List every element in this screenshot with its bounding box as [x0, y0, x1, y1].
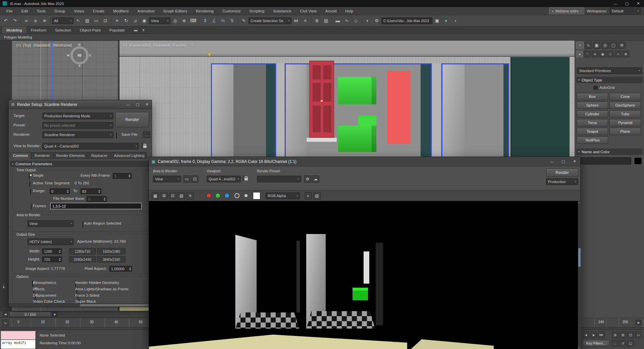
height-spinner[interactable]: 720	[42, 256, 62, 262]
snap-toggle-3d-icon[interactable]: 3	[201, 16, 209, 25]
res-1920x1080-button[interactable]: 1920x1080	[97, 248, 125, 254]
ribbon-tab-modeling[interactable]: Modeling	[2, 26, 26, 34]
angle-snap-icon[interactable]: ∠	[210, 16, 218, 25]
res-3840x2160-button[interactable]: 3840x2160	[97, 256, 125, 263]
rfw-area-dropdown[interactable]: View▾	[153, 176, 181, 182]
menu-tools[interactable]: Tools	[32, 7, 50, 15]
menu-help[interactable]: Help	[341, 7, 358, 15]
primitive-button-torus[interactable]: Torus	[577, 119, 608, 126]
menu-modifiers[interactable]: Modifiers	[109, 7, 133, 15]
select-and-manipulate-icon[interactable]: ⊕	[180, 16, 189, 25]
output-size-dropdown[interactable]: HDTV (video)▾	[28, 238, 74, 245]
viewcube-compass[interactable]: N S W E	[68, 44, 91, 67]
window-maximize-button[interactable]: ▢	[621, 0, 633, 7]
rfw-titlebar[interactable]: ▣ Camera002, frame 0, Display Gamma: 2,2…	[149, 157, 580, 166]
copy-image-icon[interactable]: ⊞	[160, 192, 168, 199]
redo-icon[interactable]: ↷	[10, 16, 19, 25]
green-box-lower[interactable]	[338, 126, 376, 152]
save-file-browse-button[interactable]: ...	[143, 131, 150, 138]
category-shapes-icon[interactable]: ◠	[584, 51, 591, 57]
category-geometry-icon[interactable]: ●	[576, 51, 583, 57]
red-door[interactable]	[309, 61, 334, 138]
frames-radio[interactable]	[31, 204, 32, 210]
view-lock-icon[interactable]	[142, 142, 142, 149]
viewport-menu-pov[interactable]: [Camera002]	[129, 43, 151, 47]
res-2560x1440-button[interactable]: 2560x1440	[69, 256, 96, 263]
undo-icon[interactable]: ↶	[1, 16, 10, 25]
select-and-rotate-icon[interactable]: ↻	[122, 16, 130, 25]
bind-to-space-warp-icon[interactable]: ≋	[40, 16, 49, 25]
salmon-panel[interactable]	[387, 71, 411, 144]
primitive-button-pyramid[interactable]: Pyramid	[609, 119, 641, 126]
ribbon-tab-selection[interactable]: Selection	[51, 26, 75, 34]
rfw-auto-region-icon[interactable]: ⊡	[191, 175, 199, 183]
viewport-menu-standard[interactable]: [Standard]	[153, 43, 170, 47]
align-icon[interactable]: ≡	[301, 16, 310, 25]
menu-group[interactable]: Group	[50, 7, 69, 15]
ribbon-minimize-caret-icon[interactable]: ▾	[140, 27, 147, 34]
window-crossing-icon[interactable]: ⊡	[101, 16, 110, 25]
clear-image-icon[interactable]: ✕	[186, 192, 194, 199]
tab-hierarchy-icon[interactable]: ▣	[593, 42, 600, 49]
window-close-button[interactable]: ✕	[633, 0, 644, 7]
scene-explorer-icon[interactable]: ▤	[322, 16, 330, 25]
reference-coordinate-dropdown[interactable]: View▾	[149, 17, 170, 24]
viewport-layout-tab[interactable]: ▸	[1, 283, 7, 290]
blue-channel-icon[interactable]	[224, 193, 229, 198]
rfw-minimize-button[interactable]: —	[546, 157, 557, 166]
green-box-small[interactable]	[358, 116, 376, 126]
frames-input[interactable]: 1,3,5-12	[50, 203, 142, 209]
prev-frame-icon[interactable]: ◀	[583, 332, 589, 338]
file-number-base-spinner[interactable]: 0	[87, 196, 107, 202]
preset-dropdown[interactable]: No preset selected▾	[42, 122, 113, 129]
rfw-close-button[interactable]: ✕	[569, 157, 580, 166]
key-filters-button[interactable]: Key Filters...	[583, 340, 609, 347]
menu-views[interactable]: Views	[69, 7, 88, 15]
primitive-button-cone[interactable]: Cone	[609, 93, 641, 100]
rfw-render-setup-icon[interactable]: ⚙	[304, 175, 311, 183]
range-from-spinner[interactable]: 0	[50, 188, 70, 194]
curve-editor-icon[interactable]: ∿	[342, 16, 351, 25]
category-helpers-icon[interactable]: ⊹	[607, 51, 614, 57]
render-production-icon[interactable]: ●	[442, 16, 450, 25]
viewport-menu-shading[interactable]: [Facets]	[172, 43, 185, 47]
renderer-dropdown[interactable]: Scanline Renderer▾	[42, 131, 113, 138]
dialog-hscrollbar[interactable]	[9, 303, 152, 307]
polygon-modeling-panel[interactable]: Polygon Modeling	[4, 35, 32, 39]
dialog-maximize-button[interactable]: ▢	[133, 100, 142, 109]
edit-named-selection-sets-icon[interactable]: ✎	[239, 16, 248, 25]
compass-north[interactable]: N	[78, 43, 80, 46]
primitive-button-geosphere[interactable]: GeoSphere	[609, 102, 641, 109]
menu-rendering[interactable]: Rendering	[192, 7, 218, 15]
pov-filter-funnel-icon[interactable]: ▽	[191, 43, 194, 47]
render-button[interactable]: Render	[115, 112, 149, 127]
range-to-spinner[interactable]: 83	[80, 188, 101, 194]
render-setup-icon[interactable]: ⚙	[372, 16, 381, 25]
ribbon-tab-populate[interactable]: Populate	[105, 26, 129, 34]
ribbon-config-icon[interactable]: ▬	[132, 27, 139, 34]
primitive-button-sphere[interactable]: Sphere	[577, 102, 608, 109]
tab-create-icon[interactable]: +	[576, 42, 584, 49]
percent-snap-icon[interactable]: %	[219, 16, 227, 25]
selection-filter-dropdown[interactable]: All▾	[52, 17, 73, 24]
object-name-field[interactable]	[577, 157, 631, 165]
schematic-view-icon[interactable]: ◇	[352, 16, 360, 25]
green-channel-icon[interactable]	[215, 193, 220, 198]
toggle-ribbon-icon[interactable]: ▬	[333, 16, 342, 25]
category-cameras-icon[interactable]: ◉	[599, 51, 606, 57]
workspaces-dropdown[interactable]: Default▾	[610, 8, 641, 14]
mini-curve-editor-icon[interactable]: ∿	[2, 319, 9, 326]
clone-rfw-icon[interactable]: ⊟	[169, 192, 176, 199]
tab-common[interactable]: Common	[10, 152, 31, 159]
category-lights-icon[interactable]: ☀	[592, 51, 598, 57]
every-nth-spinner[interactable]: 1	[113, 173, 131, 179]
maxscript-mini-listener[interactable]: Array modifi	[1, 331, 36, 348]
rectangular-selection-region-icon[interactable]: ▭	[92, 16, 101, 25]
spinner-snap-icon[interactable]: ⇅	[228, 16, 236, 25]
res-1280x720-button[interactable]: 1280x720	[69, 248, 96, 254]
dialog-close-button[interactable]: ✕	[142, 100, 152, 109]
viewport-menu-plus[interactable]: [+]	[16, 43, 21, 47]
select-object-icon[interactable]: ↖	[74, 16, 83, 25]
rfw-environment-icon[interactable]: ☁	[312, 175, 319, 183]
rfw-image-area[interactable]: ▴ ▾	[149, 201, 581, 349]
